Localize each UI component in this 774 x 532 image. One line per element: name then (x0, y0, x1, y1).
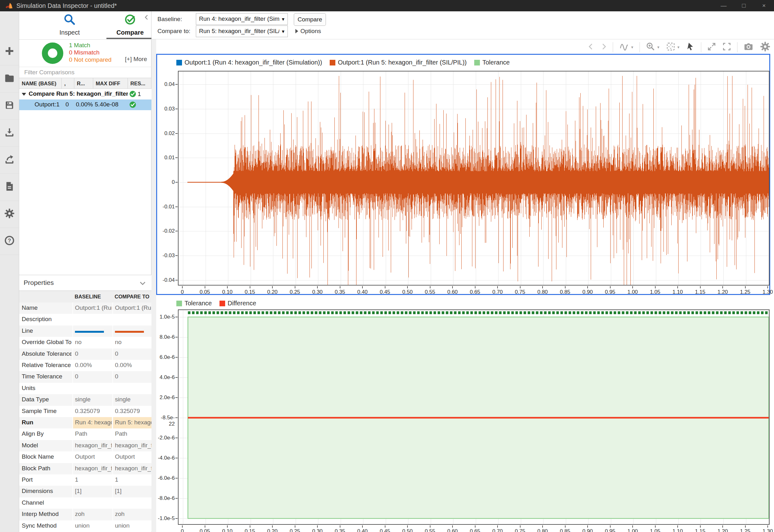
x-tick-mark (362, 286, 363, 288)
y-tick-mark (175, 377, 178, 378)
side-toolbar-button-export[interactable] (0, 146, 19, 174)
x-tick-label: 1.00 (622, 289, 644, 295)
y-tick-mark (175, 417, 178, 418)
caret-down-icon[interactable]: ▼ (677, 45, 680, 49)
property-row-block-name: Block NameOutportOutport (19, 451, 151, 463)
chevron-left-tool[interactable] (588, 43, 595, 51)
fullscreen-tool[interactable] (722, 42, 731, 53)
chevron-down-icon[interactable] (139, 280, 146, 288)
chevron-right-tool[interactable] (600, 43, 607, 51)
comparison-summary: 1 Match 0 Mismatch 0 Not compared [+] Mo… (19, 39, 151, 67)
add-icon (4, 46, 15, 58)
camera-icon (743, 41, 754, 53)
side-toolbar-button-report[interactable] (0, 173, 19, 201)
x-tick-label: 0.30 (306, 289, 328, 295)
maximize-button[interactable]: □ (734, 0, 754, 11)
close-button[interactable]: × (754, 0, 774, 11)
caret-down-icon[interactable]: ▼ (657, 45, 660, 49)
fit-view-tool[interactable]: ▼ (666, 42, 680, 53)
x-tick-label: 1.05 (644, 289, 666, 295)
property-baseline-value (72, 383, 112, 394)
side-toolbar-button-settings-gear[interactable] (0, 201, 19, 228)
legend-item[interactable]: Tolerance (176, 300, 212, 307)
property-row-interp-method: Interp Methodzohzoh (19, 509, 151, 520)
compare-to-dropdown-value: Run 5: hexagon_ifir_filter (SIL/PIL (199, 28, 279, 35)
tab-inspect[interactable]: Inspect (43, 13, 96, 38)
side-toolbar-button-save[interactable] (0, 92, 19, 120)
x-tick-mark (250, 286, 250, 288)
x-tick-label: 1.15 (689, 289, 711, 295)
x-tick-label: 0.80 (532, 289, 554, 295)
x-tick-mark (475, 286, 475, 288)
column-header-3[interactable]: MAX DIFF (93, 78, 128, 89)
row-result-icon (129, 101, 136, 108)
expand-arrow-icon[interactable] (22, 93, 26, 96)
x-tick-label: 0.10 (216, 289, 238, 295)
baseline-dropdown[interactable]: Run 4: hexagon_ifir_filter (Simulat ▼ (196, 13, 288, 25)
x-tick-label: 0.55 (419, 289, 441, 295)
x-tick-mark (565, 525, 566, 528)
more-link[interactable]: [+] More (125, 56, 147, 63)
y-tick-mark (175, 498, 178, 499)
compare-button[interactable]: Compare (294, 13, 326, 26)
property-label: Interp Method (22, 511, 71, 518)
table-row[interactable]: Outport:100.00%5.40e-08 (19, 99, 151, 110)
x-tick-mark (272, 525, 273, 528)
y-tick-mark (175, 478, 178, 478)
property-compare-value: hexagon_ifir_fil (112, 463, 151, 474)
collapse-panel-icon[interactable] (144, 14, 150, 21)
column-header-2[interactable]: R... (74, 78, 93, 89)
side-toolbar-button-open-folder[interactable] (0, 65, 19, 93)
minimize-button[interactable]: — (714, 0, 734, 11)
legend-item[interactable]: Difference (219, 300, 256, 307)
properties-header[interactable]: Properties (19, 275, 151, 291)
expand-diagonal-tool[interactable] (707, 42, 716, 53)
column-header-1[interactable]: , (62, 78, 74, 89)
x-tick-mark (385, 286, 385, 288)
x-tick-label: 0.85 (554, 289, 576, 295)
legend-item[interactable]: Tolerance (474, 59, 510, 66)
signal-plot-area[interactable] (178, 71, 770, 286)
x-tick-label: 0.05 (194, 528, 216, 532)
options-expander[interactable]: Options (295, 28, 321, 35)
x-tick-label: 0.45 (374, 528, 396, 532)
plot-toolbar: ▼▼▼ (588, 40, 771, 54)
help-icon: ? (4, 235, 15, 247)
x-tick-mark (340, 286, 340, 288)
comparison-group-row[interactable]: Compare Run 5: hexagon_ifir_filter (S 1 (19, 89, 151, 99)
side-toolbar-button-help[interactable]: ? (0, 228, 19, 255)
y-tick-label: -0.01 (156, 204, 175, 210)
settings-gear-tool[interactable] (760, 41, 771, 54)
filter-comparisons-input[interactable] (24, 68, 148, 77)
property-row-sample-time: Sample Time0.3250790.325079 (19, 406, 151, 417)
difference-chart: ToleranceDifference 00.050.100.150.200.2… (156, 297, 770, 532)
x-tick-mark (430, 525, 430, 528)
column-header-0[interactable]: NAME (BASE) (19, 78, 62, 89)
x-tick-mark (430, 286, 430, 288)
property-label: Description (22, 316, 71, 323)
x-tick-label: 0.50 (396, 528, 418, 532)
column-header-4[interactable]: RES... (128, 78, 151, 89)
property-compare-value: hexagon_ifir_fil (112, 440, 151, 451)
zoom-in-tool[interactable]: ▼ (646, 42, 660, 53)
caret-down-icon[interactable]: ▼ (630, 45, 634, 49)
cursor-arrow-tool[interactable] (686, 42, 695, 53)
x-tick-label: 1.20 (712, 289, 734, 295)
toolbar-separator (613, 42, 613, 52)
x-tick-label: 0.15 (239, 289, 261, 295)
y-tick-label: -1.0e-5 (156, 515, 175, 522)
legend-item[interactable]: Outport:1 (Run 4: hexagon_ifir_filter (S… (176, 59, 322, 66)
signal-trace-tool[interactable]: ▼ (619, 41, 634, 53)
compare-to-dropdown[interactable]: Run 5: hexagon_ifir_filter (SIL/PIL ▼ (196, 25, 288, 37)
side-toolbar-button-add[interactable] (0, 38, 19, 65)
side-toolbar-button-import[interactable] (0, 119, 19, 147)
x-tick-mark (362, 525, 363, 528)
difference-plot-area[interactable] (178, 309, 770, 525)
property-compare-value (112, 383, 151, 394)
legend-item[interactable]: Outport:1 (Run 5: hexagon_ifir_filter (S… (330, 59, 467, 66)
x-tick-mark (340, 525, 340, 528)
property-label: Align By (22, 430, 71, 437)
property-compare-value (112, 497, 151, 509)
x-tick-label: 0.15 (239, 528, 261, 532)
camera-tool[interactable] (743, 41, 754, 53)
